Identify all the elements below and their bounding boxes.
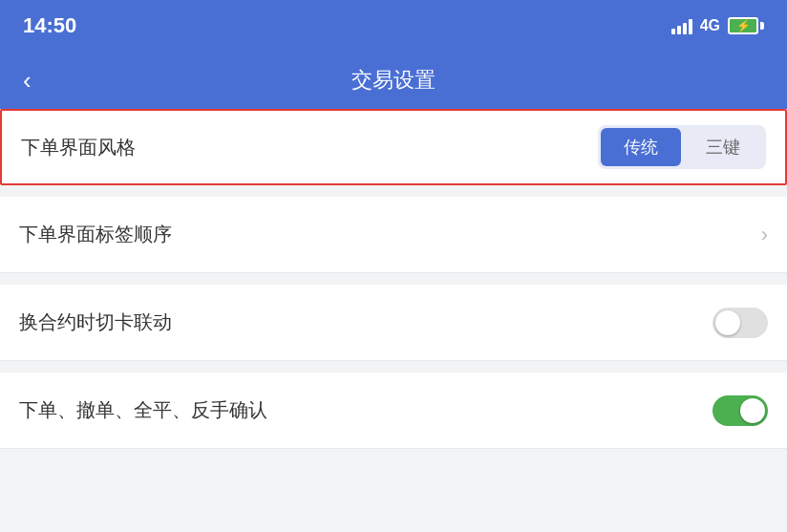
seg-option-traditional[interactable]: 传统: [601, 128, 681, 166]
content: 下单界面风格 传统 三键 下单界面标签顺序 › 换合约时切卡联动 下单、撤单、全…: [0, 109, 787, 449]
toggle-order-confirm[interactable]: [713, 395, 768, 426]
seg-option-three-key[interactable]: 三键: [683, 128, 763, 166]
signal-bar-4: [689, 19, 692, 34]
divider-3: [0, 361, 787, 372]
battery-icon: ⚡: [728, 17, 758, 34]
row-right-label-order: ›: [761, 223, 768, 247]
status-time: 14:50: [23, 13, 76, 38]
segmented-control-style[interactable]: 传统 三键: [598, 125, 766, 169]
status-bar: 14:50 4G ⚡: [0, 0, 787, 52]
signal-bar-1: [671, 29, 675, 34]
battery-lightning: ⚡: [736, 20, 751, 32]
signal-bar-3: [683, 23, 687, 34]
network-label: 4G: [700, 17, 720, 34]
toggle-knob-order: [740, 398, 765, 423]
row-label-order-confirm: 下单、撤单、全平、反手确认: [19, 397, 267, 423]
row-label-contract-switch: 换合约时切卡联动: [19, 309, 172, 335]
battery-tip: [760, 22, 764, 30]
row-right-order-confirm: [713, 395, 768, 426]
header-title: 交易设置: [351, 66, 436, 95]
divider-2: [0, 273, 787, 285]
back-button[interactable]: ‹: [23, 68, 32, 93]
row-right-contract-switch: [713, 308, 768, 338]
chevron-icon: ›: [761, 223, 768, 247]
row-label-label-order: 下单界面标签顺序: [19, 222, 172, 247]
row-order-confirm: 下单、撤单、全平、反手确认: [0, 372, 787, 449]
signal-icon: [671, 17, 692, 34]
toggle-contract-switch[interactable]: [713, 308, 768, 338]
row-interface-style: 下单界面风格 传统 三键: [0, 109, 787, 185]
row-right-interface-style: 传统 三键: [598, 125, 766, 169]
status-icons: 4G ⚡: [671, 17, 764, 34]
battery-container: ⚡: [728, 17, 764, 34]
divider-1: [0, 185, 787, 197]
signal-bar-2: [677, 26, 681, 34]
row-label-order[interactable]: 下单界面标签顺序 ›: [0, 197, 787, 273]
header: ‹ 交易设置: [0, 52, 787, 109]
row-label-interface-style: 下单界面风格: [21, 135, 136, 160]
row-contract-switch: 换合约时切卡联动: [0, 285, 787, 361]
toggle-knob-contract: [715, 310, 740, 335]
